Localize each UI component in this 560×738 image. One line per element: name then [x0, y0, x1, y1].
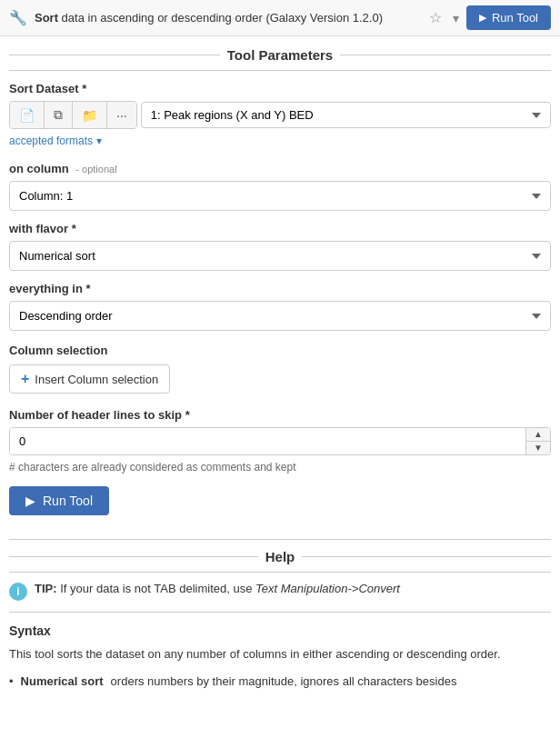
folder-icon-button[interactable]: 📁 [73, 102, 107, 128]
play-icon-large: ▶ [25, 494, 35, 508]
help-header: Help [9, 549, 551, 573]
help-line-right [302, 556, 551, 557]
plus-icon: + [21, 371, 29, 387]
ellipsis-icon-button[interactable]: ··· [107, 102, 136, 128]
section-line-left [9, 55, 220, 55]
header-actions: ☆ ▾ ▶ Run Tool [425, 5, 551, 30]
number-spinners: ▲ ▼ [525, 428, 550, 454]
info-icon: i [9, 583, 27, 601]
on-column-wrapper: Column: 1 [9, 181, 551, 211]
spinner-up-button[interactable]: ▲ [526, 428, 550, 442]
file-icon-button[interactable]: 📄 [10, 102, 45, 128]
syntax-desc: This tool sorts the dataset on any numbe… [9, 645, 551, 663]
header-lines-label: Number of header lines to skip * [9, 408, 551, 422]
help-section: Help i TIP: If your data is not TAB deli… [9, 539, 551, 690]
on-column-label: on column - optional [9, 162, 551, 175]
tool-params-title: Tool Parameters [227, 47, 333, 63]
column-selection-header: Column selection [9, 344, 551, 357]
header-lines-input-wrapper: ▲ ▼ [9, 427, 551, 455]
dataset-row: 📄 ⧉ 📁 ··· 1: Peak regions (X and Y) BED [9, 101, 551, 129]
bullet-item-numerical: Numerical sort orders numbers by their m… [9, 673, 551, 691]
on-column-select[interactable]: Column: 1 [9, 181, 551, 211]
star-button[interactable]: ☆ [425, 5, 445, 30]
sort-dataset-label: Sort Dataset * [9, 82, 551, 95]
header-bar: 🔧 Sort data in ascending or descending o… [0, 0, 560, 36]
header-title: Sort data in ascending or descending ord… [35, 11, 418, 25]
help-title: Help [265, 549, 295, 564]
main-content: Tool Parameters Sort Dataset * 📄 ⧉ 📁 ···… [0, 36, 560, 708]
syntax-title: Syntax [9, 623, 551, 638]
wrench-icon: 🔧 [9, 9, 27, 26]
comment-text: # characters are already considered as c… [9, 461, 551, 474]
run-tool-main-button[interactable]: ▶ Run Tool [9, 486, 109, 515]
dataset-icon-group: 📄 ⧉ 📁 ··· [9, 101, 137, 129]
tool-params-section-header: Tool Parameters [9, 36, 551, 71]
help-divider [9, 612, 551, 613]
with-flavor-label: with flavor * [9, 222, 551, 235]
copy-icon-button[interactable]: ⧉ [45, 102, 73, 128]
spinner-down-button[interactable]: ▼ [526, 442, 550, 454]
accepted-formats-toggle[interactable]: accepted formats ▾ [9, 135, 102, 147]
with-flavor-select[interactable]: Numerical sort [9, 241, 551, 271]
help-line-left [9, 556, 258, 557]
syntax-section: Syntax This tool sorts the dataset on an… [9, 623, 551, 690]
tip-text: TIP: If your data is not TAB delimited, … [35, 582, 400, 595]
tip-box: i TIP: If your data is not TAB delimited… [9, 582, 551, 601]
section-line-right [340, 55, 551, 55]
header-lines-input[interactable] [10, 428, 525, 454]
everything-in-label: everything in * [9, 282, 551, 295]
options-chevron-button[interactable]: ▾ [449, 7, 463, 29]
play-icon: ▶ [479, 12, 486, 24]
run-tool-header-button[interactable]: ▶ Run Tool [466, 5, 551, 30]
dataset-select[interactable]: 1: Peak regions (X and Y) BED [141, 102, 551, 128]
accepted-formats-arrow: ▾ [96, 135, 102, 147]
with-flavor-wrapper: Numerical sort [9, 241, 551, 271]
everything-in-wrapper: Descending order [9, 301, 551, 331]
everything-in-select[interactable]: Descending order [9, 301, 551, 331]
insert-column-selection-button[interactable]: + Insert Column selection [9, 364, 170, 394]
